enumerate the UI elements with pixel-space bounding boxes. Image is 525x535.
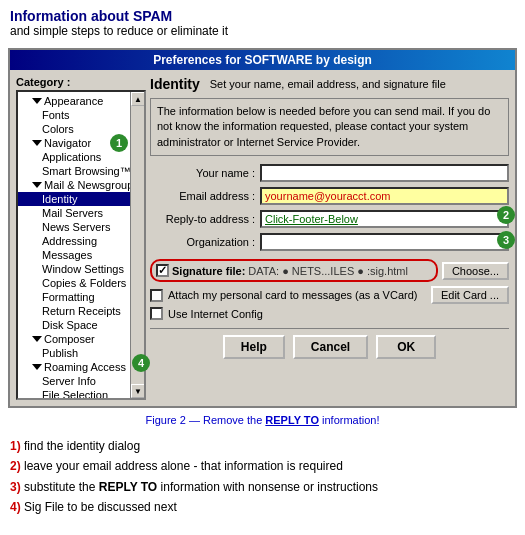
vcard-checkbox[interactable] <box>150 289 163 302</box>
sidebar-item-colors[interactable]: Colors <box>18 122 144 136</box>
sidebar-item-identity[interactable]: Identity <box>18 192 144 206</box>
collapse-icon-nav <box>32 140 42 146</box>
bottom-list: 1) find the identity dialog 2) leave you… <box>0 432 525 526</box>
sidebar-item-smart-browsing[interactable]: Smart Browsing™ <box>18 164 144 178</box>
internet-config-label: Use Internet Config <box>168 308 263 320</box>
vcard-label: Attach my personal card to messages (as … <box>168 289 417 301</box>
sidebar-item-messages[interactable]: Messages <box>18 248 144 262</box>
collapse-icon-composer <box>32 336 42 342</box>
right-panel: 4 Identity Set your name, email address,… <box>150 76 509 400</box>
your-name-row: Your name : <box>150 164 509 182</box>
dialog-window: Preferences for SOFTWARE by design Categ… <box>8 48 517 408</box>
sidebar-item-server-info[interactable]: Server Info <box>18 374 144 388</box>
sig-checkbox[interactable]: ✓ <box>156 264 169 277</box>
help-button[interactable]: Help <box>223 335 285 359</box>
dialog-buttons: Help Cancel OK <box>150 328 509 363</box>
sidebar-item-return-receipts[interactable]: Return Receipts <box>18 304 144 318</box>
category-label: Category : <box>16 76 146 88</box>
badge-3: 3 <box>497 231 515 249</box>
organization-label: Organization : <box>150 236 260 248</box>
sidebar-list-container[interactable]: 1 Appearance Fonts Colors Navigator Appl… <box>16 90 146 400</box>
choose-button[interactable]: Choose... <box>442 262 509 280</box>
sidebar-item-fonts[interactable]: Fonts <box>18 108 144 122</box>
sidebar-item-appearance[interactable]: Appearance <box>18 94 144 108</box>
list-text-3-after: information with nonsense or instruction… <box>161 480 378 494</box>
sidebar-item-composer[interactable]: Composer <box>18 332 144 346</box>
list-text-1: find the identity dialog <box>24 439 140 453</box>
page-subtitle: and simple steps to reduce or eliminate … <box>10 24 515 38</box>
badge-1: 1 <box>110 134 128 152</box>
sidebar-item-mail-newsgroups[interactable]: Mail & Newsgroups <box>18 178 144 192</box>
list-num-3: 3) <box>10 480 21 494</box>
sidebar-item-addressing[interactable]: Addressing <box>18 234 144 248</box>
sidebar-item-file-selection[interactable]: File Selection <box>18 388 144 400</box>
badge-2: 2 <box>497 206 515 224</box>
list-item-2: 2) leave your email address alone - that… <box>10 456 515 476</box>
sidebar-item-publish[interactable]: Publish <box>18 346 144 360</box>
organization-row: Organization : <box>150 233 509 251</box>
list-text-4: Sig File to be discussed next <box>24 500 177 514</box>
reply-to-input[interactable] <box>260 210 509 228</box>
your-name-label: Your name : <box>150 167 260 179</box>
email-address-row: Email address : <box>150 187 509 205</box>
list-item-3: 3) substitute the REPLY TO information w… <box>10 477 515 497</box>
sig-label: Signature file: <box>172 265 245 277</box>
ok-button[interactable]: OK <box>376 335 436 359</box>
organization-input[interactable] <box>260 233 509 251</box>
vcard-row: Attach my personal card to messages (as … <box>150 286 509 304</box>
internet-config-row: Use Internet Config <box>150 307 509 320</box>
sidebar-item-applications[interactable]: Applications <box>18 150 144 164</box>
internet-config-checkbox[interactable] <box>150 307 163 320</box>
scroll-up-button[interactable]: ▲ <box>131 92 145 106</box>
sig-path: DATA: ● NETS...ILES ● :sig.html <box>248 265 408 277</box>
dialog-body: Category : 1 Appearance Fonts Colors Nav… <box>10 70 515 406</box>
scroll-down-button[interactable]: ▼ <box>131 384 145 398</box>
panel-description: Set your name, email address, and signat… <box>210 78 446 90</box>
list-text-2: leave your email address alone - that in… <box>24 459 343 473</box>
list-num-2: 2) <box>10 459 21 473</box>
reply-to-row: Reply-to address : <box>150 210 509 228</box>
sig-oval: ✓ Signature file: DATA: ● NETS...ILES ● … <box>150 259 438 282</box>
sidebar-item-formatting[interactable]: Formatting <box>18 290 144 304</box>
dialog-titlebar: Preferences for SOFTWARE by design <box>10 50 515 70</box>
edit-card-button[interactable]: Edit Card ... <box>431 286 509 304</box>
badge-4: 4 <box>132 354 150 372</box>
sidebar-item-copies-folders[interactable]: Copies & Folders <box>18 276 144 290</box>
reply-to-bold: REPLY TO <box>99 480 157 494</box>
sidebar-item-news-servers[interactable]: News Servers <box>18 220 144 234</box>
collapse-icon-roaming <box>32 364 42 370</box>
reply-to-label: Reply-to address : <box>150 213 260 225</box>
sidebar-item-disk-space[interactable]: Disk Space <box>18 318 144 332</box>
list-num-4: 4) <box>10 500 21 514</box>
email-address-input[interactable] <box>260 187 509 205</box>
list-text-3-before: substitute the <box>24 480 99 494</box>
panel-title: Identity <box>150 76 200 92</box>
page-title: Information about SPAM <box>10 8 515 24</box>
collapse-icon-mail <box>32 182 42 188</box>
list-item-4: 4) Sig File to be discussed next <box>10 497 515 517</box>
sig-file-row: ✓ Signature file: DATA: ● NETS...ILES ● … <box>150 259 509 282</box>
collapse-icon <box>32 98 42 104</box>
reply-to-highlight: REPLY TO <box>265 414 319 426</box>
info-box: The information below is needed before y… <box>150 98 509 156</box>
sidebar-item-mail-servers[interactable]: Mail Servers <box>18 206 144 220</box>
panel-header: Identity Set your name, email address, a… <box>150 76 509 92</box>
sidebar-item-window-settings[interactable]: Window Settings <box>18 262 144 276</box>
sidebar-item-roaming[interactable]: Roaming Access <box>18 360 144 374</box>
sidebar-scrollbar[interactable]: ▲ ▼ <box>130 92 144 398</box>
your-name-input[interactable] <box>260 164 509 182</box>
checkmark-icon: ✓ <box>158 264 167 277</box>
sidebar: Category : 1 Appearance Fonts Colors Nav… <box>16 76 146 400</box>
figure-caption: Figure 2 — Remove the REPLY TO informati… <box>0 414 525 426</box>
cancel-button[interactable]: Cancel <box>293 335 368 359</box>
list-item-1: 1) find the identity dialog <box>10 436 515 456</box>
email-address-label: Email address : <box>150 190 260 202</box>
top-header: Information about SPAM and simple steps … <box>0 0 525 42</box>
list-num-1: 1) <box>10 439 21 453</box>
